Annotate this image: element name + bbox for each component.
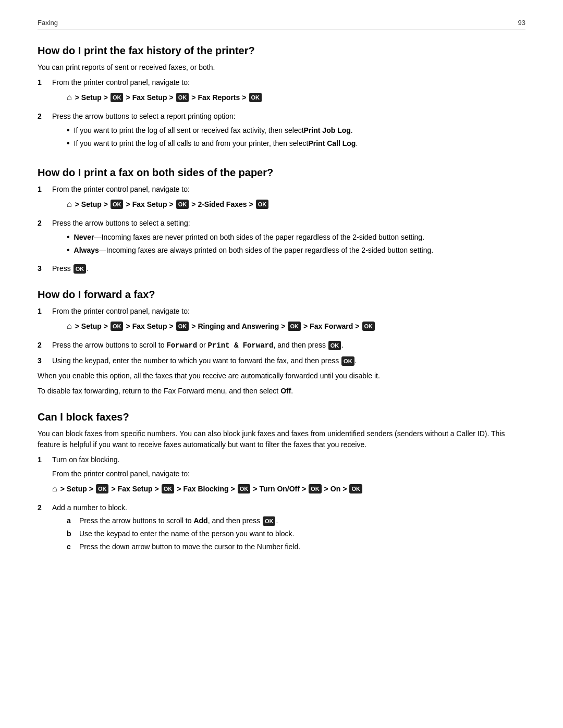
- steps-list-block: 1 Turn on fax blocking. From the printer…: [38, 454, 525, 554]
- nav-sep: >: [104, 92, 108, 103]
- nav-sep: >: [302, 484, 306, 495]
- step-content-1: Turn on fax blocking. From the printer c…: [52, 454, 525, 498]
- section-print-fax-history: How do I print the fax history of the pr…: [38, 45, 525, 152]
- nav-sep: >: [89, 484, 93, 495]
- alpha-label-a: a: [67, 515, 79, 526]
- alpha-label-b: b: [67, 528, 79, 539]
- section-block-faxes: Can I block faxes? You can block faxes f…: [38, 411, 525, 554]
- ok-badge: OK: [256, 200, 269, 209]
- step-text-2: Press the arrow buttons to select a sett…: [52, 219, 190, 227]
- nav-fax-setup: Fax Setup: [132, 199, 167, 210]
- step-1: 1 From the printer control panel, naviga…: [38, 77, 525, 107]
- nav-sep: >: [342, 484, 347, 495]
- ok-badge: OK: [362, 322, 375, 331]
- steps-list-forward: 1 From the printer control panel, naviga…: [38, 306, 525, 366]
- nav-path-1: ⌂ > Setup > OK > Fax Setup > OK > Fax Re…: [67, 91, 525, 104]
- section-title-block-faxes: Can I block faxes?: [38, 411, 525, 423]
- section-title-forward-fax: How do I forward a fax?: [38, 289, 525, 301]
- nav-sep: >: [191, 92, 195, 103]
- nav-fax-forward: Fax Forward: [310, 321, 353, 332]
- step-text-2: Add a number to block.: [52, 503, 127, 512]
- nav-sep: >: [242, 92, 246, 103]
- step-content-2: Press the arrow buttons to select a sett…: [52, 218, 525, 259]
- ok-badge: OK: [162, 484, 175, 493]
- step-content-2: Add a number to block. a Press the arrow…: [52, 502, 525, 554]
- nav-setup-1: Setup: [81, 92, 102, 103]
- nav-setup: Setup: [81, 321, 102, 332]
- step-2: 2 Press the arrow buttons to select a se…: [38, 218, 525, 259]
- nav-setup: Setup: [67, 484, 87, 495]
- alpha-item-a: a Press the arrow buttons to scroll to A…: [67, 515, 525, 526]
- nav-on: On: [331, 484, 340, 495]
- step-2: 2 Add a number to block. a Press the arr…: [38, 502, 525, 554]
- home-icon: ⌂: [67, 91, 72, 104]
- nav-turn-onoff: Turn On/Off: [259, 484, 300, 495]
- page: Faxing 93 How do I print the fax history…: [0, 0, 563, 728]
- ok-badge: OK: [176, 200, 189, 209]
- alpha-text-a: Press the arrow buttons to scroll to Add…: [79, 515, 278, 526]
- nav-sep: >: [191, 199, 195, 210]
- step-num-2: 2: [38, 340, 52, 351]
- section-intro-print-fax-history: You can print reports of sent or receive…: [38, 62, 525, 73]
- nav-sep: >: [155, 484, 159, 495]
- nav-sep: >: [355, 321, 359, 332]
- nav-sep: >: [281, 321, 285, 332]
- nav-sep: >: [75, 92, 79, 103]
- nav-sep: >: [191, 321, 195, 332]
- nav-setup: Setup: [81, 199, 102, 210]
- nav-fax-setup: Fax Setup: [132, 321, 167, 332]
- step-content-1: From the printer control panel, navigate…: [52, 77, 525, 107]
- home-icon: ⌂: [52, 483, 57, 495]
- ok-badge: OK: [349, 484, 362, 493]
- header-section-title: Faxing: [38, 19, 58, 27]
- step-text-2: Press the arrow buttons to select a repo…: [52, 112, 236, 120]
- step-text-1: From the printer control panel, navigate…: [52, 78, 190, 87]
- step-1: 1 Turn on fax blocking. From the printer…: [38, 454, 525, 498]
- nav-sep: >: [169, 92, 174, 103]
- step-text-1: From the printer control panel, navigate…: [52, 307, 190, 315]
- nav-path-2: ⌂ > Setup > OK > Fax Setup > OK > 2-Side…: [67, 198, 525, 211]
- section-title-print-both-sides: How do I print a fax on both sides of th…: [38, 167, 525, 179]
- home-icon: ⌂: [67, 198, 72, 211]
- inline-code-forward: Forward: [166, 341, 197, 350]
- bullet-list-2: If you want to print the log of all sent…: [67, 125, 525, 149]
- section-title-print-fax-history: How do I print the fax history of the pr…: [38, 45, 525, 57]
- alpha-text-b: Use the keypad to enter the name of the …: [79, 528, 294, 539]
- step-num-1: 1: [38, 184, 52, 195]
- bullet-item: If you want to print the log of all call…: [67, 138, 525, 149]
- ok-badge-inline: OK: [263, 516, 276, 526]
- ok-badge: OK: [309, 484, 322, 493]
- step-content-2: Press the arrow buttons to select a repo…: [52, 111, 525, 152]
- nav-sep: >: [111, 484, 115, 495]
- step-num-3: 3: [38, 355, 52, 366]
- step-content-1: From the printer control panel, navigate…: [52, 306, 525, 336]
- step-num-1: 1: [38, 306, 52, 317]
- nav-path-block: ⌂ > Setup > OK > Fax Setup > OK > Fax Bl…: [52, 483, 525, 495]
- step-3: 3 Press OK.: [38, 263, 525, 274]
- step-content-2: Press the arrow buttons to scroll to For…: [52, 340, 525, 351]
- bullet-item: If you want to print the log of all sent…: [67, 125, 525, 136]
- alpha-text-c: Press the down arrow button to move the …: [79, 541, 300, 552]
- home-icon: ⌂: [67, 320, 72, 332]
- alpha-item-b: b Use the keypad to enter the name of th…: [67, 528, 525, 539]
- section-intro-block-faxes: You can block faxes from specific number…: [38, 428, 525, 450]
- alpha-label-c: c: [67, 541, 79, 552]
- step-num-2: 2: [38, 218, 52, 229]
- ok-badge-inline: OK: [328, 341, 341, 350]
- forward-after-2: To disable fax forwarding, return to the…: [38, 386, 525, 397]
- nav-sep: >: [126, 321, 130, 332]
- ok-badge: OK: [111, 200, 124, 209]
- step-text-1: From the printer control panel, navigate…: [52, 185, 190, 193]
- step-1: 1 From the printer control panel, naviga…: [38, 306, 525, 336]
- nav-sep: >: [75, 321, 79, 332]
- step-sub-text: From the printer control panel, navigate…: [52, 468, 525, 479]
- nav-sep: >: [104, 199, 108, 210]
- nav-sep: >: [60, 484, 65, 495]
- ok-badge: OK: [249, 93, 262, 102]
- step-1: 1 From the printer control panel, naviga…: [38, 184, 525, 214]
- bullet-list: Never—Incoming faxes are never printed o…: [67, 232, 525, 256]
- nav-sep: >: [169, 199, 174, 210]
- step-num-2: 2: [38, 111, 52, 122]
- nav-sep: >: [75, 199, 79, 210]
- ok-badge-inline: OK: [74, 264, 87, 274]
